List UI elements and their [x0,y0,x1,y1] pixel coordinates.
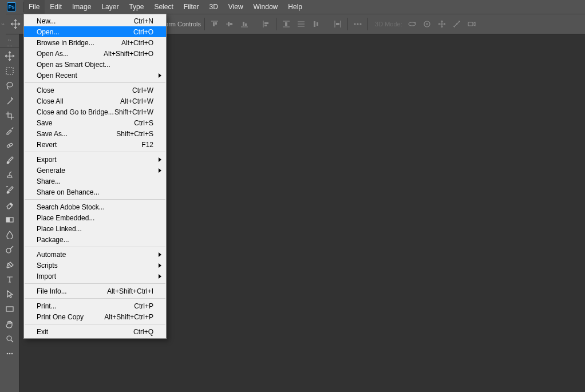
menu-layer[interactable]: Layer [96,0,124,14]
path-selection-tool[interactable] [2,287,17,301]
menu-item-automate[interactable]: Automate [24,249,166,260]
menu-item-share[interactable]: Share... [24,176,166,187]
zoom-tool[interactable] [2,332,17,346]
menu-item-export[interactable]: Export [24,154,166,165]
app-logo: Ps [0,0,23,14]
menu-item-close-all[interactable]: Close AllAlt+Ctrl+W [24,96,166,106]
menu-help[interactable]: Help [283,0,307,14]
menu-3d[interactable]: 3D [204,0,223,14]
more-tools-icon[interactable] [2,347,17,361]
orbit-icon[interactable] [406,18,418,30]
menu-item-label: Search Adobe Stock... [37,203,153,211]
tool-panel: ›› :::::: [0,34,19,392]
svg-rect-14 [285,22,287,26]
menu-item-import[interactable]: Import [24,271,166,282]
type-tool[interactable] [2,272,17,286]
menu-window[interactable]: Window [248,0,283,14]
brush-tool[interactable] [2,153,17,167]
dodge-tool[interactable] [2,243,17,256]
svg-rect-2 [215,22,217,25]
menu-item-print[interactable]: Print...Ctrl+P [24,300,166,311]
menu-item-open[interactable]: Open...Ctrl+O [24,26,166,37]
menu-file[interactable]: File [23,0,45,14]
lasso-tool[interactable] [2,79,17,93]
menu-separator [25,199,165,200]
menu-item-package[interactable]: Package... [24,234,166,245]
menu-view[interactable]: View [223,0,248,14]
menu-item-label: Close All [37,97,120,105]
collapse-tab-icon[interactable]: ›› [0,14,6,34]
menu-item-generate[interactable]: Generate [24,165,166,176]
menu-edit[interactable]: Edit [45,0,67,14]
menu-separator [25,82,165,83]
eyedropper-tool[interactable] [2,124,17,137]
three-d-icons [406,18,478,30]
slide-3d-icon[interactable] [450,18,463,30]
eraser-tool[interactable] [2,198,17,212]
clone-stamp-tool[interactable] [2,168,17,182]
distribute-left-icon[interactable] [331,18,344,30]
active-tool-indicator[interactable] [7,15,24,33]
svg-rect-36 [6,217,10,222]
pan-3d-icon[interactable] [436,18,448,30]
blur-tool[interactable] [2,228,17,241]
menu-image[interactable]: Image [67,0,96,14]
hand-tool[interactable] [2,317,17,331]
menu-type[interactable]: Type [124,0,149,14]
rectangle-tool[interactable] [2,302,17,316]
menu-item-save[interactable]: SaveCtrl+S [24,117,166,128]
menu-item-shortcut: Ctrl+O [133,28,153,36]
svg-rect-32 [6,68,13,74]
menu-item-place-embedded[interactable]: Place Embedded... [24,212,166,223]
menu-item-exit[interactable]: ExitCtrl+Q [24,326,166,337]
menu-filter[interactable]: Filter [179,0,204,14]
history-brush-tool[interactable] [2,183,17,197]
magic-wand-tool[interactable] [2,94,17,108]
svg-rect-8 [245,23,247,26]
menu-item-search-adobe-stock[interactable]: Search Adobe Stock... [24,201,166,212]
toolbar-grip-icon[interactable]: :::::: [0,43,19,48]
menu-item-open-as-smart-object[interactable]: Open as Smart Object... [24,59,166,70]
menu-item-close-and-go-to-bridge[interactable]: Close and Go to Bridge...Shift+Ctrl+W [24,106,166,117]
options-divider [204,18,205,30]
menu-item-print-one-copy[interactable]: Print One CopyAlt+Shift+Ctrl+P [24,311,166,322]
align-left-icon[interactable] [260,18,272,30]
svg-rect-19 [317,22,318,26]
rotate-icon[interactable] [421,18,433,30]
crop-tool[interactable] [2,109,17,122]
svg-rect-11 [264,25,267,26]
menu-item-file-info[interactable]: File Info...Alt+Shift+Ctrl+I [24,286,166,296]
gradient-tool[interactable] [2,213,17,227]
pen-tool[interactable] [2,258,17,271]
align-bottom-icon[interactable] [238,18,251,30]
align-vcenter-icon[interactable] [223,18,236,30]
menu-item-revert[interactable]: RevertF12 [24,139,166,150]
menu-item-label: Exit [37,328,133,336]
menu-item-browse-in-bridge[interactable]: Browse in Bridge...Alt+Ctrl+O [24,37,166,48]
menu-item-label: Share... [37,177,153,185]
menu-item-close[interactable]: CloseCtrl+W [24,85,166,96]
marquee-tool[interactable] [2,64,17,78]
toolbar-collapse-icon[interactable]: ›› [0,37,19,43]
menu-item-label: Save [37,119,134,127]
menu-separator [25,298,165,299]
menu-item-new[interactable]: New...Ctrl+N [24,15,166,26]
menu-select[interactable]: Select [149,0,178,14]
distribute-top-icon[interactable] [280,18,292,30]
menu-item-label: Open Recent [37,72,153,80]
menu-item-scripts[interactable]: Scripts [24,260,166,271]
more-options-icon[interactable] [351,18,364,30]
menu-item-open-as[interactable]: Open As...Alt+Shift+Ctrl+O [24,48,166,59]
healing-brush-tool[interactable] [2,138,17,152]
distribute-vcenter-icon[interactable] [295,18,307,30]
distribute-bottom-icon[interactable] [310,18,322,30]
menu-item-place-linked[interactable]: Place Linked... [24,223,166,234]
move-tool[interactable] [2,49,17,63]
svg-point-43 [11,353,13,355]
align-top-icon[interactable] [208,18,221,30]
camera-3d-icon[interactable] [465,18,478,30]
menu-item-save-as[interactable]: Save As...Shift+Ctrl+S [24,128,166,139]
menu-item-share-on-behance[interactable]: Share on Behance... [24,187,166,197]
menu-separator [25,283,165,284]
menu-item-open-recent[interactable]: Open Recent [24,70,166,81]
